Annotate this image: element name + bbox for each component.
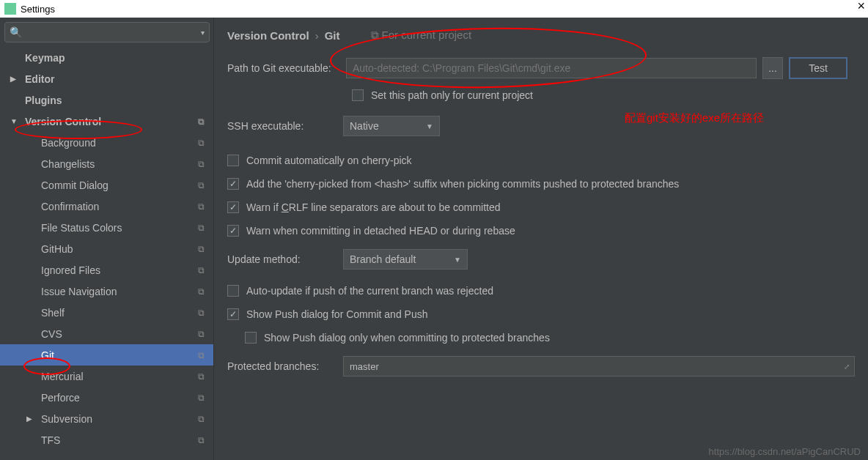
chevron-down-icon[interactable]: ▾ bbox=[201, 29, 205, 37]
breadcrumb: Version Control › Git ⧉For current proje… bbox=[227, 25, 855, 45]
sidebar-item-file-status-colors[interactable]: File Status Colors⧉ bbox=[0, 217, 213, 238]
sidebar-item-label: Perforce bbox=[41, 392, 80, 404]
browse-button[interactable]: ... bbox=[762, 57, 783, 79]
git-path-input[interactable] bbox=[346, 58, 757, 78]
settings-tree: Keymap ▶Editor Plugins ▼Version Control⧉… bbox=[0, 47, 213, 460]
sidebar-item-label: File Status Colors bbox=[41, 222, 122, 234]
sidebar: 🔍 ▾ Keymap ▶Editor Plugins ▼Version Cont… bbox=[0, 18, 214, 460]
project-icon: ⧉ bbox=[198, 159, 205, 169]
checkbox-box bbox=[227, 308, 239, 320]
project-icon: ⧉ bbox=[198, 371, 205, 382]
expand-icon[interactable]: ⤢ bbox=[844, 363, 850, 371]
app-icon bbox=[4, 3, 16, 15]
project-icon: ⧉ bbox=[371, 29, 379, 41]
checkbox-label: Set this path only for current project bbox=[371, 89, 533, 101]
project-icon: ⧉ bbox=[198, 393, 205, 403]
sidebar-item-mercurial[interactable]: Mercurial⧉ bbox=[0, 366, 213, 387]
sidebar-item-confirmation[interactable]: Confirmation⧉ bbox=[0, 196, 213, 217]
autoupdate-checkbox[interactable]: Auto-update if push of the current branc… bbox=[227, 281, 855, 300]
arrow-down-icon: ▼ bbox=[10, 117, 18, 125]
crlf-warn-checkbox[interactable]: Warn if CRLF line separators are about t… bbox=[227, 198, 855, 217]
sidebar-item-github[interactable]: GitHub⧉ bbox=[0, 238, 213, 259]
sidebar-item-git[interactable]: Git⧉ bbox=[0, 344, 213, 366]
sidebar-item-label: Shelf bbox=[41, 307, 65, 319]
checkbox-label: Auto-update if push of the current branc… bbox=[246, 285, 493, 297]
breadcrumb-vc[interactable]: Version Control bbox=[227, 29, 309, 42]
sidebar-item-perforce[interactable]: Perforce⧉ bbox=[0, 387, 213, 408]
project-icon: ⧉ bbox=[198, 308, 205, 318]
sidebar-item-commit-dialog[interactable]: Commit Dialog⧉ bbox=[0, 174, 213, 196]
project-icon: ⧉ bbox=[198, 414, 205, 424]
sidebar-item-label: Ignored Files bbox=[41, 264, 100, 276]
checkbox-box bbox=[227, 225, 239, 237]
project-icon: ⧉ bbox=[198, 350, 205, 360]
show-push-protected-checkbox[interactable]: Show Push dialog only when committing to… bbox=[245, 328, 855, 347]
ssh-label: SSH executable: bbox=[227, 120, 343, 132]
project-icon: ⧉ bbox=[198, 138, 205, 148]
checkbox-label: Show Push dialog for Commit and Push bbox=[246, 308, 427, 320]
protected-value: master bbox=[350, 361, 379, 372]
checkbox-label: Commit automatically on cherry-pick bbox=[246, 155, 412, 166]
checkbox-label: Add the 'cherry-picked from <hash>' suff… bbox=[246, 178, 679, 190]
sidebar-item-ignored-files[interactable]: Ignored Files⧉ bbox=[0, 259, 213, 281]
project-icon: ⧉ bbox=[198, 223, 205, 233]
project-icon: ⧉ bbox=[198, 329, 205, 339]
show-push-checkbox[interactable]: Show Push dialog for Commit and Push bbox=[227, 305, 855, 324]
checkbox-label: Warn if CRLF line separators are about t… bbox=[246, 201, 501, 213]
checkbox-label: Warn when committing in detached HEAD or… bbox=[246, 225, 515, 237]
sidebar-item-label: Subversion bbox=[41, 413, 92, 425]
sidebar-item-label: GitHub bbox=[41, 243, 73, 255]
sidebar-item-label: Mercurial bbox=[41, 371, 84, 382]
sidebar-item-label: Commit Dialog bbox=[41, 179, 108, 191]
checkbox-label: Show Push dialog only when committing to… bbox=[264, 332, 550, 344]
detached-warn-checkbox[interactable]: Warn when committing in detached HEAD or… bbox=[227, 221, 855, 240]
update-label: Update method: bbox=[227, 253, 343, 265]
sidebar-item-label: Confirmation bbox=[41, 201, 99, 212]
cherry-auto-checkbox[interactable]: Commit automatically on cherry-pick bbox=[227, 151, 855, 170]
test-button[interactable]: Test bbox=[789, 57, 847, 79]
update-value: Branch default bbox=[350, 253, 416, 265]
sidebar-item-shelf[interactable]: Shelf⧉ bbox=[0, 302, 213, 323]
breadcrumb-sep: › bbox=[315, 29, 319, 42]
breadcrumb-project: ⧉For current project bbox=[371, 29, 472, 42]
update-method-select[interactable]: Branch default ▼ bbox=[343, 249, 468, 270]
sidebar-item-label: TFS bbox=[41, 434, 60, 446]
sidebar-item-label: Keymap bbox=[25, 52, 65, 64]
cherry-suffix-checkbox[interactable]: Add the 'cherry-picked from <hash>' suff… bbox=[227, 174, 855, 193]
checkbox-box bbox=[227, 201, 239, 213]
checkbox-box bbox=[227, 155, 239, 166]
project-icon: ⧉ bbox=[198, 435, 205, 445]
sidebar-item-label: Git bbox=[41, 349, 54, 361]
sidebar-item-tfs[interactable]: TFS⧉ bbox=[0, 429, 213, 450]
sidebar-item-label: Changelists bbox=[41, 158, 95, 170]
sidebar-item-version-control[interactable]: ▼Version Control⧉ bbox=[0, 111, 213, 132]
sidebar-item-label: CVS bbox=[41, 328, 62, 340]
project-icon: ⧉ bbox=[198, 265, 205, 275]
ssh-select[interactable]: Native ▼ bbox=[343, 116, 440, 136]
checkbox-box bbox=[227, 178, 239, 190]
sidebar-item-editor[interactable]: ▶Editor bbox=[0, 68, 213, 89]
sidebar-item-label: Background bbox=[41, 137, 96, 149]
sidebar-item-label: Plugins bbox=[25, 94, 62, 106]
sidebar-item-issue-navigation[interactable]: Issue Navigation⧉ bbox=[0, 281, 213, 302]
search-input[interactable]: 🔍 ▾ bbox=[4, 22, 210, 42]
set-path-only-checkbox[interactable]: Set this path only for current project bbox=[352, 86, 533, 105]
sidebar-item-changelists[interactable]: Changelists⧉ bbox=[0, 153, 213, 174]
breadcrumb-git: Git bbox=[325, 29, 340, 42]
arrow-right-icon: ▶ bbox=[26, 415, 32, 423]
sidebar-item-background[interactable]: Background⧉ bbox=[0, 132, 213, 153]
protected-branches-input[interactable]: master ⤢ bbox=[343, 356, 855, 376]
breadcrumb-project-label: For current project bbox=[382, 29, 472, 41]
sidebar-item-label: Version Control bbox=[25, 116, 101, 127]
project-icon: ⧉ bbox=[198, 244, 205, 254]
sidebar-item-plugins[interactable]: Plugins bbox=[0, 89, 213, 111]
sidebar-item-keymap[interactable]: Keymap bbox=[0, 47, 213, 68]
project-icon: ⧉ bbox=[198, 180, 205, 190]
sidebar-item-label: Editor bbox=[25, 73, 54, 85]
sidebar-item-subversion[interactable]: ▶Subversion⧉ bbox=[0, 408, 213, 429]
annotation-text: 配置git安装好的exe所在路径 bbox=[625, 111, 764, 125]
sidebar-item-cvs[interactable]: CVS⧉ bbox=[0, 323, 213, 344]
protected-label: Protected branches: bbox=[227, 360, 343, 372]
close-icon[interactable]: × bbox=[857, 0, 865, 14]
search-icon: 🔍 bbox=[10, 26, 22, 38]
